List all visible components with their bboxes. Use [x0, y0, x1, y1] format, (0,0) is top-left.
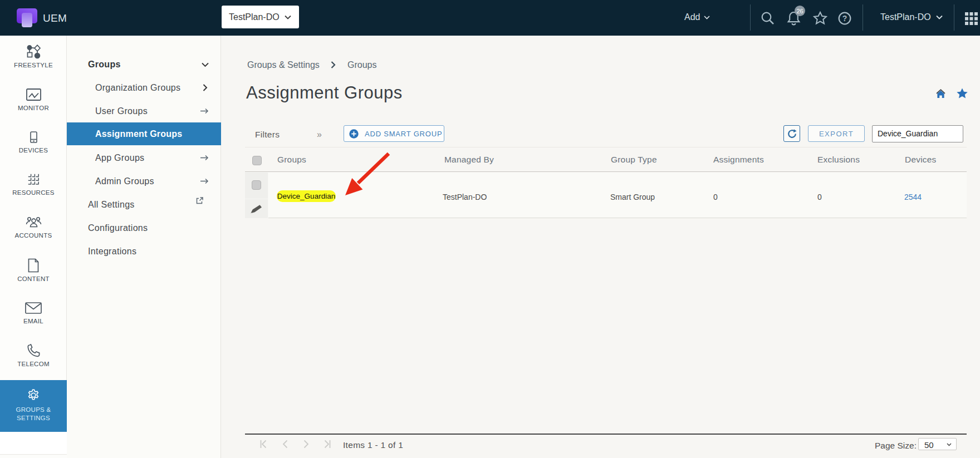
svg-text:?: ? [842, 14, 847, 23]
